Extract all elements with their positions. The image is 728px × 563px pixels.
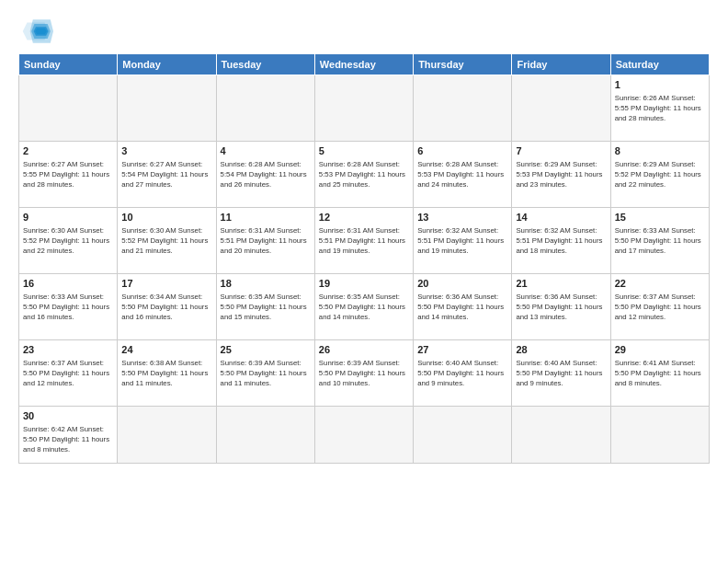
day-number: 22 (615, 277, 705, 291)
day-number: 13 (417, 211, 507, 224)
day-info: Sunrise: 6:37 AM Sunset: 5:50 PM Dayligh… (23, 359, 113, 389)
calendar-cell (512, 407, 610, 464)
calendar-cell: 29Sunrise: 6:41 AM Sunset: 5:50 PM Dayli… (610, 340, 709, 407)
day-number: 12 (319, 211, 409, 224)
calendar-cell: 14Sunrise: 6:32 AM Sunset: 5:51 PM Dayli… (512, 208, 610, 274)
weekday-header-sunday: Sunday (19, 54, 118, 75)
day-info: Sunrise: 6:30 AM Sunset: 5:52 PM Dayligh… (121, 226, 211, 257)
calendar-cell: 18Sunrise: 6:35 AM Sunset: 5:50 PM Dayli… (216, 274, 314, 340)
day-info: Sunrise: 6:39 AM Sunset: 5:50 PM Dayligh… (319, 359, 409, 389)
day-number: 9 (23, 211, 113, 224)
day-info: Sunrise: 6:30 AM Sunset: 5:52 PM Dayligh… (23, 226, 113, 257)
day-number: 8 (615, 144, 705, 158)
calendar-cell: 12Sunrise: 6:31 AM Sunset: 5:51 PM Dayli… (314, 208, 413, 274)
weekday-header-tuesday: Tuesday (216, 54, 314, 75)
calendar-week-5: 23Sunrise: 6:37 AM Sunset: 5:50 PM Dayli… (19, 340, 710, 407)
calendar-cell (216, 407, 314, 464)
calendar-cell: 23Sunrise: 6:37 AM Sunset: 5:50 PM Dayli… (19, 340, 118, 407)
svg-marker-4 (35, 29, 47, 34)
day-info: Sunrise: 6:35 AM Sunset: 5:50 PM Dayligh… (221, 293, 311, 323)
calendar-cell: 3Sunrise: 6:27 AM Sunset: 5:54 PM Daylig… (118, 142, 216, 208)
calendar-cell: 24Sunrise: 6:38 AM Sunset: 5:50 PM Dayli… (118, 340, 216, 407)
day-info: Sunrise: 6:37 AM Sunset: 5:50 PM Dayligh… (615, 293, 705, 323)
day-number: 11 (221, 211, 311, 224)
calendar-cell: 26Sunrise: 6:39 AM Sunset: 5:50 PM Dayli… (314, 340, 413, 407)
calendar-cell (314, 75, 413, 142)
calendar-cell: 1Sunrise: 6:26 AM Sunset: 5:55 PM Daylig… (610, 75, 709, 142)
day-info: Sunrise: 6:29 AM Sunset: 5:53 PM Dayligh… (516, 160, 606, 190)
weekday-header-thursday: Thursday (414, 54, 512, 75)
logo (18, 17, 57, 46)
weekday-header-wednesday: Wednesday (314, 54, 413, 75)
day-number: 26 (319, 343, 409, 357)
calendar-cell: 8Sunrise: 6:29 AM Sunset: 5:52 PM Daylig… (610, 142, 709, 208)
day-number: 6 (417, 144, 507, 158)
weekday-header-saturday: Saturday (610, 54, 709, 75)
day-info: Sunrise: 6:26 AM Sunset: 5:55 PM Dayligh… (615, 94, 705, 124)
day-info: Sunrise: 6:41 AM Sunset: 5:50 PM Dayligh… (615, 359, 705, 389)
calendar-cell: 5Sunrise: 6:28 AM Sunset: 5:53 PM Daylig… (314, 142, 413, 208)
calendar-cell (512, 75, 610, 142)
day-info: Sunrise: 6:34 AM Sunset: 5:50 PM Dayligh… (121, 293, 211, 323)
generalblue-logo-icon (18, 17, 53, 46)
day-number: 19 (319, 277, 409, 291)
day-info: Sunrise: 6:40 AM Sunset: 5:50 PM Dayligh… (417, 359, 507, 389)
day-number: 27 (417, 343, 507, 357)
day-info: Sunrise: 6:40 AM Sunset: 5:50 PM Dayligh… (516, 359, 606, 389)
calendar-cell: 30Sunrise: 6:42 AM Sunset: 5:50 PM Dayli… (19, 407, 118, 464)
day-number: 20 (417, 277, 507, 291)
calendar-cell: 6Sunrise: 6:28 AM Sunset: 5:53 PM Daylig… (414, 142, 512, 208)
calendar-cell: 16Sunrise: 6:33 AM Sunset: 5:50 PM Dayli… (19, 274, 118, 340)
calendar-cell: 19Sunrise: 6:35 AM Sunset: 5:50 PM Dayli… (314, 274, 413, 340)
day-info: Sunrise: 6:36 AM Sunset: 5:50 PM Dayligh… (417, 293, 507, 323)
calendar-cell: 2Sunrise: 6:27 AM Sunset: 5:55 PM Daylig… (19, 142, 118, 208)
calendar-cell: 20Sunrise: 6:36 AM Sunset: 5:50 PM Dayli… (414, 274, 512, 340)
day-number: 7 (516, 144, 606, 158)
day-info: Sunrise: 6:28 AM Sunset: 5:53 PM Dayligh… (319, 160, 409, 190)
calendar-body: 1Sunrise: 6:26 AM Sunset: 5:55 PM Daylig… (19, 75, 710, 464)
day-number: 10 (121, 211, 211, 224)
day-info: Sunrise: 6:35 AM Sunset: 5:50 PM Dayligh… (319, 293, 409, 323)
day-number: 5 (319, 144, 409, 158)
calendar-cell (118, 407, 216, 464)
day-info: Sunrise: 6:31 AM Sunset: 5:51 PM Dayligh… (221, 226, 311, 257)
header (18, 17, 710, 46)
day-info: Sunrise: 6:32 AM Sunset: 5:51 PM Dayligh… (417, 226, 507, 257)
day-number: 3 (121, 144, 211, 158)
day-number: 29 (615, 343, 705, 357)
calendar-cell: 13Sunrise: 6:32 AM Sunset: 5:51 PM Dayli… (414, 208, 512, 274)
calendar-cell: 7Sunrise: 6:29 AM Sunset: 5:53 PM Daylig… (512, 142, 610, 208)
calendar-cell: 15Sunrise: 6:33 AM Sunset: 5:50 PM Dayli… (610, 208, 709, 274)
day-info: Sunrise: 6:38 AM Sunset: 5:50 PM Dayligh… (121, 359, 211, 389)
day-number: 14 (516, 211, 606, 224)
day-number: 23 (23, 343, 113, 357)
day-number: 17 (121, 277, 211, 291)
calendar-week-6: 30Sunrise: 6:42 AM Sunset: 5:50 PM Dayli… (19, 407, 710, 464)
day-info: Sunrise: 6:33 AM Sunset: 5:50 PM Dayligh… (23, 293, 113, 323)
day-info: Sunrise: 6:32 AM Sunset: 5:51 PM Dayligh… (516, 226, 606, 257)
day-info: Sunrise: 6:36 AM Sunset: 5:50 PM Dayligh… (516, 293, 606, 323)
calendar-week-4: 16Sunrise: 6:33 AM Sunset: 5:50 PM Dayli… (19, 274, 710, 340)
day-number: 28 (516, 343, 606, 357)
calendar-cell (314, 407, 413, 464)
calendar-week-1: 1Sunrise: 6:26 AM Sunset: 5:55 PM Daylig… (19, 75, 710, 142)
calendar-cell: 9Sunrise: 6:30 AM Sunset: 5:52 PM Daylig… (19, 208, 118, 274)
weekday-header-row: SundayMondayTuesdayWednesdayThursdayFrid… (19, 54, 710, 75)
day-info: Sunrise: 6:29 AM Sunset: 5:52 PM Dayligh… (615, 160, 705, 190)
calendar-cell (19, 75, 118, 142)
day-info: Sunrise: 6:28 AM Sunset: 5:53 PM Dayligh… (417, 160, 507, 190)
day-info: Sunrise: 6:27 AM Sunset: 5:54 PM Dayligh… (121, 160, 211, 190)
calendar-cell: 25Sunrise: 6:39 AM Sunset: 5:50 PM Dayli… (216, 340, 314, 407)
calendar-cell (414, 75, 512, 142)
calendar-cell: 11Sunrise: 6:31 AM Sunset: 5:51 PM Dayli… (216, 208, 314, 274)
day-info: Sunrise: 6:28 AM Sunset: 5:54 PM Dayligh… (221, 160, 311, 190)
calendar-header: SundayMondayTuesdayWednesdayThursdayFrid… (19, 54, 710, 75)
calendar-cell (216, 75, 314, 142)
day-info: Sunrise: 6:31 AM Sunset: 5:51 PM Dayligh… (319, 226, 409, 257)
day-number: 15 (615, 211, 705, 224)
calendar-cell (610, 407, 709, 464)
day-number: 4 (221, 144, 311, 158)
calendar-cell: 17Sunrise: 6:34 AM Sunset: 5:50 PM Dayli… (118, 274, 216, 340)
day-number: 30 (23, 409, 113, 423)
calendar-cell (118, 75, 216, 142)
